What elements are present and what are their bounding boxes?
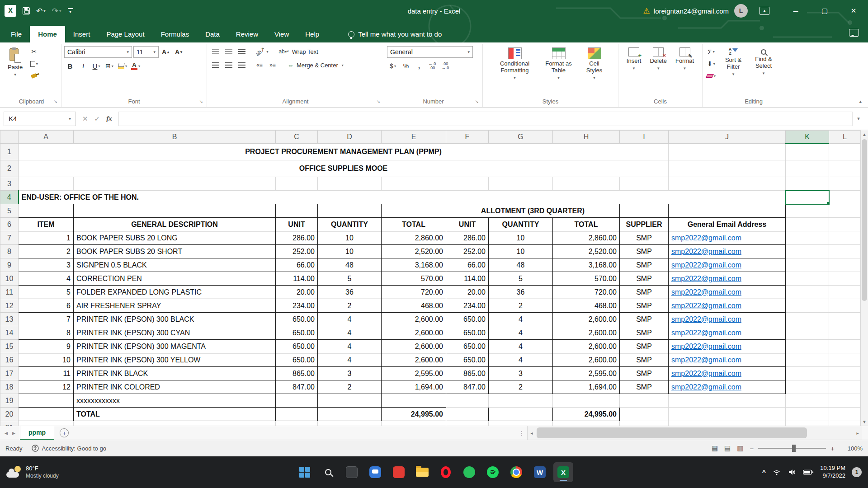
cell[interactable]: 234.00	[446, 299, 489, 313]
autosum-button[interactable]: Σ▾	[705, 46, 717, 57]
cell[interactable]	[786, 258, 829, 272]
cell[interactable]	[446, 408, 489, 421]
find-select-button[interactable]: Find & Select ▾	[750, 46, 778, 77]
cell[interactable]: 2,600.00	[553, 313, 620, 326]
zoom-in-button[interactable]: +	[830, 445, 835, 452]
merge-center-button[interactable]: ⇔Merge & Center▾	[286, 60, 345, 70]
decrease-decimal-button[interactable]: .00→.0	[439, 61, 451, 71]
spotify-button[interactable]	[483, 462, 503, 482]
zoom-slider-thumb[interactable]	[792, 445, 796, 452]
redo-button[interactable]: ↷▾	[52, 6, 61, 16]
cell[interactable]: 10	[489, 245, 553, 258]
cell[interactable]	[829, 204, 861, 218]
start-button[interactable]	[295, 462, 315, 482]
normal-view-button[interactable]: ▦	[712, 444, 718, 452]
cell[interactable]: 36	[489, 286, 553, 299]
align-left-button[interactable]	[210, 60, 222, 70]
row-header-14[interactable]: 14	[0, 326, 19, 340]
cell[interactable]: 2	[318, 380, 382, 394]
grand-total-cell[interactable]: 24,995.00	[382, 408, 446, 421]
cell[interactable]	[829, 191, 861, 204]
cell[interactable]: 20.00	[276, 286, 318, 299]
cell[interactable]: 650.00	[276, 353, 318, 367]
horizontal-scrollbar[interactable]: ◂ ▸	[527, 426, 862, 440]
font-size-combo[interactable]: 11▾	[133, 46, 159, 58]
cell[interactable]	[786, 326, 829, 340]
row-header-4[interactable]: 4	[0, 191, 19, 204]
cell[interactable]: 2,595.00	[382, 367, 446, 380]
email-link-cell[interactable]: smp2022@gmail.com	[669, 340, 786, 353]
cell[interactable]: 2	[19, 245, 74, 258]
cell[interactable]	[669, 421, 786, 426]
cell[interactable]	[19, 394, 74, 408]
cell[interactable]: SMP	[620, 340, 669, 353]
cell[interactable]	[786, 231, 829, 245]
cell[interactable]	[829, 394, 861, 408]
cell[interactable]	[786, 299, 829, 313]
ribbon-display-options-icon[interactable]	[760, 7, 769, 15]
fill-color-button[interactable]: ▾	[117, 61, 128, 71]
cell[interactable]	[489, 394, 553, 408]
cell[interactable]	[553, 421, 620, 426]
cell[interactable]: 2,520.00	[553, 245, 620, 258]
formula-input[interactable]	[119, 112, 853, 126]
warning-icon[interactable]: ⚠	[643, 6, 650, 16]
cell[interactable]: 2	[318, 299, 382, 313]
scroll-right-arrow[interactable]: ▸	[854, 426, 862, 440]
tab-formulas[interactable]: Formulas	[153, 26, 198, 42]
cell[interactable]: 570.00	[382, 272, 446, 286]
row-header-10[interactable]: 10	[0, 272, 19, 286]
tab-page-layout[interactable]: Page Layout	[98, 26, 152, 42]
row-header-11[interactable]: 11	[0, 286, 19, 299]
cell[interactable]	[620, 394, 669, 408]
accounting-format-button[interactable]: $▾	[387, 61, 399, 71]
align-center-button[interactable]	[223, 60, 235, 70]
cell[interactable]	[74, 421, 276, 426]
cell[interactable]: 847.00	[446, 380, 489, 394]
cell[interactable]: 4	[318, 326, 382, 340]
cell[interactable]	[786, 340, 829, 353]
cell[interactable]: 3	[318, 367, 382, 380]
row-header-18[interactable]: 18	[0, 380, 19, 394]
zoom-percent[interactable]: 100%	[841, 445, 863, 452]
row-header-17[interactable]: 17	[0, 367, 19, 380]
cell[interactable]: 650.00	[276, 313, 318, 326]
cell[interactable]	[786, 144, 829, 160]
cell[interactable]	[276, 421, 318, 426]
increase-indent-button[interactable]: »≡	[267, 60, 278, 70]
cut-button[interactable]: ✂	[28, 46, 40, 57]
tab-file[interactable]: File	[3, 26, 30, 42]
cell[interactable]	[489, 177, 553, 191]
email-link-cell[interactable]: smp2022@gmail.com	[669, 353, 786, 367]
col-header-H[interactable]: H	[553, 131, 620, 144]
email-link-cell[interactable]: smp2022@gmail.com	[669, 380, 786, 394]
cell[interactable]	[786, 421, 829, 426]
cell[interactable]: 20.00	[446, 286, 489, 299]
cell[interactable]: 286.00	[446, 231, 489, 245]
cell[interactable]	[786, 353, 829, 367]
cell[interactable]	[620, 177, 669, 191]
cell[interactable]	[669, 394, 786, 408]
insert-cells-button[interactable]: Insert ▾	[623, 46, 645, 72]
cell[interactable]	[446, 421, 489, 426]
select-all-corner[interactable]	[0, 131, 19, 144]
chrome-button[interactable]	[506, 462, 526, 482]
cell[interactable]: SMP	[620, 299, 669, 313]
clear-button[interactable]: ▾	[705, 70, 717, 81]
row-header-9[interactable]: 9	[0, 258, 19, 272]
col-header-B[interactable]: B	[74, 131, 276, 144]
cell[interactable]: 720.00	[553, 286, 620, 299]
cell[interactable]: PRINTER INK COLORED	[74, 380, 276, 394]
row-header-13[interactable]: 13	[0, 313, 19, 326]
col-header-C[interactable]: C	[276, 131, 318, 144]
cell[interactable]: SMP	[620, 286, 669, 299]
sheet-tab-ppmp[interactable]: ppmp	[20, 426, 54, 440]
col-header-A[interactable]: A	[19, 131, 74, 144]
cell[interactable]: SMP	[620, 353, 669, 367]
cell[interactable]: 114.00	[446, 272, 489, 286]
avatar[interactable]: L	[734, 4, 748, 18]
cell[interactable]: 2,860.00	[553, 231, 620, 245]
cell[interactable]: 286.00	[276, 231, 318, 245]
format-cells-button[interactable]: Format ▾	[672, 46, 697, 72]
cell[interactable]: 650.00	[276, 326, 318, 340]
